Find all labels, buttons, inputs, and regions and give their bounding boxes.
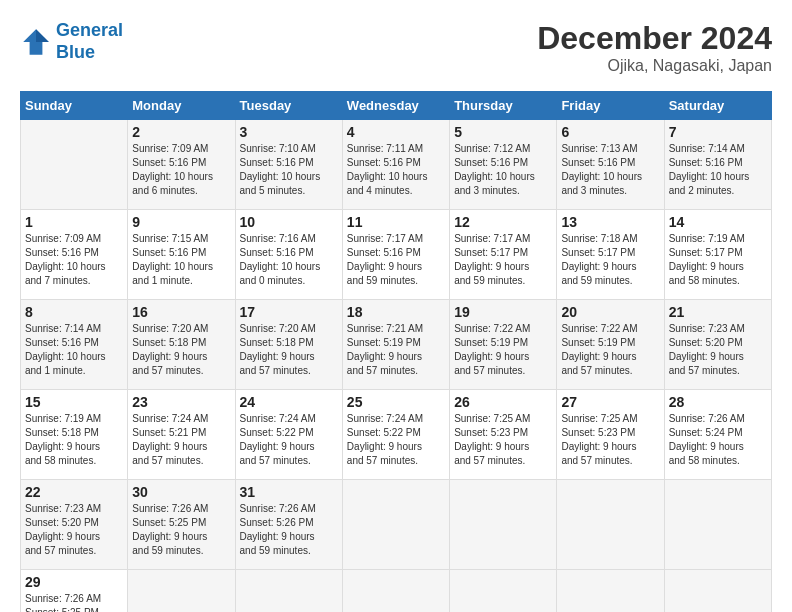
col-friday: Friday (557, 92, 664, 120)
table-row: 7Sunrise: 7:14 AM Sunset: 5:16 PM Daylig… (664, 120, 771, 210)
day-number: 28 (669, 394, 767, 410)
table-row: 25Sunrise: 7:24 AM Sunset: 5:22 PM Dayli… (342, 390, 449, 480)
day-info: Sunrise: 7:14 AM Sunset: 5:16 PM Dayligh… (25, 322, 123, 378)
logo-icon (20, 26, 52, 58)
day-info: Sunrise: 7:13 AM Sunset: 5:16 PM Dayligh… (561, 142, 659, 198)
day-number: 10 (240, 214, 338, 230)
day-info: Sunrise: 7:22 AM Sunset: 5:19 PM Dayligh… (454, 322, 552, 378)
col-wednesday: Wednesday (342, 92, 449, 120)
day-info: Sunrise: 7:17 AM Sunset: 5:17 PM Dayligh… (454, 232, 552, 288)
table-row: 29Sunrise: 7:26 AM Sunset: 5:25 PM Dayli… (21, 570, 128, 613)
day-number: 7 (669, 124, 767, 140)
col-tuesday: Tuesday (235, 92, 342, 120)
table-row: 9Sunrise: 7:15 AM Sunset: 5:16 PM Daylig… (128, 210, 235, 300)
day-number: 29 (25, 574, 123, 590)
day-info: Sunrise: 7:26 AM Sunset: 5:25 PM Dayligh… (132, 502, 230, 558)
calendar-header-row: Sunday Monday Tuesday Wednesday Thursday… (21, 92, 772, 120)
calendar-week-row: 2Sunrise: 7:09 AM Sunset: 5:16 PM Daylig… (21, 120, 772, 210)
day-info: Sunrise: 7:24 AM Sunset: 5:22 PM Dayligh… (240, 412, 338, 468)
calendar-week-row: 1Sunrise: 7:09 AM Sunset: 5:16 PM Daylig… (21, 210, 772, 300)
location: Ojika, Nagasaki, Japan (537, 57, 772, 75)
day-info: Sunrise: 7:26 AM Sunset: 5:26 PM Dayligh… (240, 502, 338, 558)
table-row: 23Sunrise: 7:24 AM Sunset: 5:21 PM Dayli… (128, 390, 235, 480)
day-info: Sunrise: 7:09 AM Sunset: 5:16 PM Dayligh… (132, 142, 230, 198)
table-row: 22Sunrise: 7:23 AM Sunset: 5:20 PM Dayli… (21, 480, 128, 570)
day-info: Sunrise: 7:21 AM Sunset: 5:19 PM Dayligh… (347, 322, 445, 378)
table-row: 21Sunrise: 7:23 AM Sunset: 5:20 PM Dayli… (664, 300, 771, 390)
logo-line2: Blue (56, 42, 95, 62)
table-row: 13Sunrise: 7:18 AM Sunset: 5:17 PM Dayli… (557, 210, 664, 300)
table-row: 5Sunrise: 7:12 AM Sunset: 5:16 PM Daylig… (450, 120, 557, 210)
table-row: 12Sunrise: 7:17 AM Sunset: 5:17 PM Dayli… (450, 210, 557, 300)
calendar-week-row: 8Sunrise: 7:14 AM Sunset: 5:16 PM Daylig… (21, 300, 772, 390)
table-row (342, 570, 449, 613)
table-row: 31Sunrise: 7:26 AM Sunset: 5:26 PM Dayli… (235, 480, 342, 570)
table-row: 8Sunrise: 7:14 AM Sunset: 5:16 PM Daylig… (21, 300, 128, 390)
day-number: 24 (240, 394, 338, 410)
table-row: 16Sunrise: 7:20 AM Sunset: 5:18 PM Dayli… (128, 300, 235, 390)
day-number: 2 (132, 124, 230, 140)
day-number: 3 (240, 124, 338, 140)
table-row (21, 120, 128, 210)
day-info: Sunrise: 7:23 AM Sunset: 5:20 PM Dayligh… (669, 322, 767, 378)
table-row: 17Sunrise: 7:20 AM Sunset: 5:18 PM Dayli… (235, 300, 342, 390)
day-number: 14 (669, 214, 767, 230)
table-row: 1Sunrise: 7:09 AM Sunset: 5:16 PM Daylig… (21, 210, 128, 300)
day-info: Sunrise: 7:26 AM Sunset: 5:24 PM Dayligh… (669, 412, 767, 468)
day-number: 18 (347, 304, 445, 320)
table-row: 20Sunrise: 7:22 AM Sunset: 5:19 PM Dayli… (557, 300, 664, 390)
table-row (450, 480, 557, 570)
table-row: 15Sunrise: 7:19 AM Sunset: 5:18 PM Dayli… (21, 390, 128, 480)
day-number: 31 (240, 484, 338, 500)
table-row (664, 570, 771, 613)
table-row (557, 570, 664, 613)
calendar-week-row: 29Sunrise: 7:26 AM Sunset: 5:25 PM Dayli… (21, 570, 772, 613)
day-info: Sunrise: 7:12 AM Sunset: 5:16 PM Dayligh… (454, 142, 552, 198)
table-row (450, 570, 557, 613)
table-row (342, 480, 449, 570)
calendar-table: Sunday Monday Tuesday Wednesday Thursday… (20, 91, 772, 612)
day-info: Sunrise: 7:23 AM Sunset: 5:20 PM Dayligh… (25, 502, 123, 558)
table-row: 26Sunrise: 7:25 AM Sunset: 5:23 PM Dayli… (450, 390, 557, 480)
day-number: 23 (132, 394, 230, 410)
table-row: 3Sunrise: 7:10 AM Sunset: 5:16 PM Daylig… (235, 120, 342, 210)
day-info: Sunrise: 7:19 AM Sunset: 5:17 PM Dayligh… (669, 232, 767, 288)
day-number: 1 (25, 214, 123, 230)
day-info: Sunrise: 7:19 AM Sunset: 5:18 PM Dayligh… (25, 412, 123, 468)
day-number: 5 (454, 124, 552, 140)
calendar-week-row: 22Sunrise: 7:23 AM Sunset: 5:20 PM Dayli… (21, 480, 772, 570)
day-info: Sunrise: 7:20 AM Sunset: 5:18 PM Dayligh… (240, 322, 338, 378)
day-number: 21 (669, 304, 767, 320)
table-row: 24Sunrise: 7:24 AM Sunset: 5:22 PM Dayli… (235, 390, 342, 480)
table-row: 10Sunrise: 7:16 AM Sunset: 5:16 PM Dayli… (235, 210, 342, 300)
day-info: Sunrise: 7:24 AM Sunset: 5:22 PM Dayligh… (347, 412, 445, 468)
day-number: 9 (132, 214, 230, 230)
calendar-week-row: 15Sunrise: 7:19 AM Sunset: 5:18 PM Dayli… (21, 390, 772, 480)
table-row: 14Sunrise: 7:19 AM Sunset: 5:17 PM Dayli… (664, 210, 771, 300)
logo: General Blue (20, 20, 123, 63)
day-number: 13 (561, 214, 659, 230)
day-number: 11 (347, 214, 445, 230)
table-row: 4Sunrise: 7:11 AM Sunset: 5:16 PM Daylig… (342, 120, 449, 210)
day-number: 27 (561, 394, 659, 410)
page-header: General Blue December 2024 Ojika, Nagasa… (20, 20, 772, 75)
col-saturday: Saturday (664, 92, 771, 120)
table-row: 18Sunrise: 7:21 AM Sunset: 5:19 PM Dayli… (342, 300, 449, 390)
col-thursday: Thursday (450, 92, 557, 120)
table-row (664, 480, 771, 570)
day-info: Sunrise: 7:24 AM Sunset: 5:21 PM Dayligh… (132, 412, 230, 468)
day-number: 6 (561, 124, 659, 140)
svg-marker-1 (36, 29, 49, 42)
day-number: 16 (132, 304, 230, 320)
title-block: December 2024 Ojika, Nagasaki, Japan (537, 20, 772, 75)
table-row: 28Sunrise: 7:26 AM Sunset: 5:24 PM Dayli… (664, 390, 771, 480)
day-number: 8 (25, 304, 123, 320)
day-info: Sunrise: 7:26 AM Sunset: 5:25 PM Dayligh… (25, 592, 123, 612)
day-number: 20 (561, 304, 659, 320)
day-number: 15 (25, 394, 123, 410)
day-number: 17 (240, 304, 338, 320)
table-row (557, 480, 664, 570)
day-number: 26 (454, 394, 552, 410)
table-row (235, 570, 342, 613)
day-number: 25 (347, 394, 445, 410)
